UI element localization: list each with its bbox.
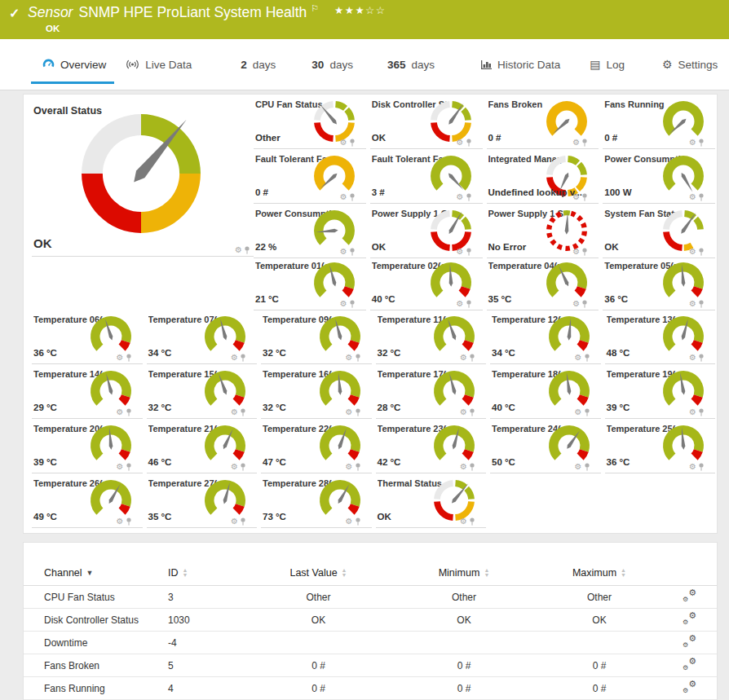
pin-icon[interactable] <box>584 463 590 471</box>
gear-icon[interactable]: ⚙ <box>346 517 353 526</box>
pin-icon[interactable] <box>466 300 472 308</box>
gear-icon[interactable]: ⚙ <box>689 354 696 362</box>
gear-icon[interactable]: ⚙ <box>460 517 467 526</box>
tab-historic-data[interactable]: Historic Data <box>480 39 560 90</box>
pin-icon[interactable] <box>126 463 132 471</box>
channel-settings-icon[interactable]: ⚙ ⚙ <box>683 636 696 648</box>
flag-icon[interactable]: ⚐ <box>311 3 319 13</box>
gauge-tile[interactable]: Fault Tolerant Fans Ru... 3 # ⚙ <box>370 149 483 204</box>
gear-icon[interactable]: ⚙ <box>340 139 347 147</box>
pin-icon[interactable] <box>126 517 132 526</box>
gear-icon[interactable]: ⚙ <box>235 246 242 254</box>
tab-settings[interactable]: ⚙ Settings <box>662 39 718 90</box>
gauge-tile[interactable]: Temperature 26(system) 49 °C ⚙ <box>32 473 143 528</box>
table-row[interactable]: Fans Broken 5 0 # 0 # 0 # ⚙ ⚙ <box>24 654 717 677</box>
gear-icon[interactable]: ⚙ <box>457 300 464 308</box>
gear-icon[interactable]: ⚙ <box>460 354 467 362</box>
gear-icon[interactable]: ⚙ <box>231 463 238 471</box>
pin-icon[interactable] <box>698 354 705 362</box>
pin-icon[interactable] <box>349 248 356 256</box>
gear-icon[interactable]: ⚙ <box>231 408 238 416</box>
tab-2-days[interactable]: 2 days <box>241 39 276 90</box>
gauge-tile[interactable]: Fault Tolerant Fans Bro... 0 # ⚙ <box>254 149 366 204</box>
pin-icon[interactable] <box>240 463 246 471</box>
gear-icon[interactable]: ⚙ <box>346 463 353 471</box>
gear-icon[interactable]: ⚙ <box>572 139 580 147</box>
gauge-tile[interactable]: Temperature 16(cpu) 32 °C ⚙ <box>261 364 372 419</box>
channel-settings-icon[interactable]: ⚙ ⚙ <box>683 681 696 693</box>
gauge-tile[interactable]: Temperature 06(memo... 36 °C ⚙ <box>32 310 143 364</box>
gear-icon[interactable]: ⚙ <box>346 354 353 362</box>
gauge-tile[interactable]: Temperature 14(memo... 29 °C ⚙ <box>32 364 143 419</box>
gauge-tile[interactable]: Temperature 13(power... 48 °C ⚙ <box>605 310 716 364</box>
overall-status-tile[interactable]: Overall Status OK ⚙ <box>32 97 254 257</box>
header-minimum[interactable]: Minimum ▲▼ <box>394 567 534 579</box>
cell-channel[interactable]: Downtime <box>44 637 168 649</box>
tab-live-data[interactable]: Live Data <box>126 39 192 90</box>
pin-icon[interactable] <box>469 463 475 471</box>
table-row[interactable]: Fans Running 4 0 # 0 # 0 # ⚙ ⚙ <box>24 677 717 700</box>
gauge-tile[interactable]: Temperature 22(system) 47 °C ⚙ <box>261 419 372 473</box>
cell-channel[interactable]: CPU Fan Status <box>44 592 168 603</box>
channel-settings-icon[interactable]: ⚙ ⚙ <box>683 590 696 602</box>
gauge-tile[interactable]: System Fan Status OK ⚙ <box>603 204 715 258</box>
pin-icon[interactable] <box>581 300 588 308</box>
gear-icon[interactable]: ⚙ <box>460 463 467 471</box>
pin-icon[interactable] <box>240 354 246 362</box>
gear-icon[interactable]: ⚙ <box>689 139 696 147</box>
gauge-tile[interactable]: Temperature 25(system) 36 °C ⚙ <box>605 419 716 473</box>
gauge-tile[interactable]: CPU Fan Status Other ⚙ <box>254 95 366 149</box>
gear-icon[interactable]: ⚙ <box>340 248 347 256</box>
pin-icon[interactable] <box>355 463 361 471</box>
gauge-tile[interactable]: Temperature 21(system) 46 °C ⚙ <box>147 419 258 473</box>
pin-icon[interactable] <box>355 517 361 526</box>
pin-icon[interactable] <box>126 408 132 416</box>
header-id[interactable]: ID ▲▼ <box>168 567 243 579</box>
gauge-tile[interactable]: Temperature 28(system) 73 °C ⚙ <box>261 473 372 528</box>
gear-icon[interactable]: ⚙ <box>117 517 124 526</box>
gear-icon[interactable]: ⚙ <box>575 463 582 471</box>
gear-icon[interactable]: ⚙ <box>117 408 124 416</box>
gear-icon[interactable]: ⚙ <box>460 408 467 416</box>
gauge-tile[interactable]: Temperature 20(system) 39 °C ⚙ <box>32 419 143 473</box>
pin-icon[interactable] <box>240 517 246 526</box>
pin-icon[interactable] <box>466 139 472 147</box>
pin-icon[interactable] <box>584 354 590 362</box>
pin-icon[interactable] <box>240 408 246 416</box>
gauge-tile[interactable]: Temperature 19(system) 39 °C ⚙ <box>605 364 716 419</box>
gear-icon[interactable]: ⚙ <box>572 248 580 256</box>
gauge-tile[interactable]: Power Supply 1 Status No Error ⚙ <box>487 204 599 258</box>
gear-icon[interactable]: ⚙ <box>346 408 353 416</box>
pin-icon[interactable] <box>466 193 472 201</box>
table-row[interactable]: Disk Controller Status 1030 OK OK OK ⚙ ⚙ <box>24 609 717 632</box>
pin-icon[interactable] <box>355 354 361 362</box>
channel-settings-icon[interactable]: ⚙ ⚙ <box>683 613 696 625</box>
tab-overview[interactable]: Overview <box>42 39 106 90</box>
gear-icon[interactable]: ⚙ <box>457 139 464 147</box>
gear-icon[interactable]: ⚙ <box>689 463 696 471</box>
gauge-tile[interactable]: Power Consumption 1 100 W ⚙ <box>603 149 715 204</box>
gear-icon[interactable]: ⚙ <box>575 408 582 416</box>
gauge-tile[interactable]: Fans Broken 0 # ⚙ <box>487 95 599 149</box>
pin-icon[interactable] <box>126 354 132 362</box>
pin-icon[interactable] <box>244 246 250 254</box>
gauge-tile[interactable]: Temperature 09(memo... 32 °C ⚙ <box>261 310 372 364</box>
pin-icon[interactable] <box>581 193 588 201</box>
pin-icon[interactable] <box>698 248 705 256</box>
cell-channel[interactable]: Fans Running <box>44 683 168 694</box>
gauge-tile[interactable]: Temperature 11(memo... 32 °C ⚙ <box>376 310 487 364</box>
gauge-tile[interactable]: Power Supply 1 Conditi... OK ⚙ <box>370 204 483 258</box>
gauge-tile[interactable]: Temperature 15(cpu) 32 °C ⚙ <box>147 364 258 419</box>
gauge-tile[interactable]: Power Consumption 1 ... 22 % ⚙ <box>254 204 366 258</box>
gear-icon[interactable]: ⚙ <box>457 193 464 201</box>
pin-icon[interactable] <box>349 300 356 308</box>
gear-icon[interactable]: ⚙ <box>689 408 696 416</box>
gear-icon[interactable]: ⚙ <box>340 193 347 201</box>
pin-icon[interactable] <box>584 408 590 416</box>
pin-icon[interactable] <box>469 408 475 416</box>
header-channel[interactable]: Channel ▼ <box>44 567 168 579</box>
gear-icon[interactable]: ⚙ <box>572 300 580 308</box>
gauge-tile[interactable]: Thermal Status OK ⚙ <box>376 473 487 528</box>
gear-icon[interactable]: ⚙ <box>572 193 580 201</box>
gear-icon[interactable]: ⚙ <box>117 463 124 471</box>
